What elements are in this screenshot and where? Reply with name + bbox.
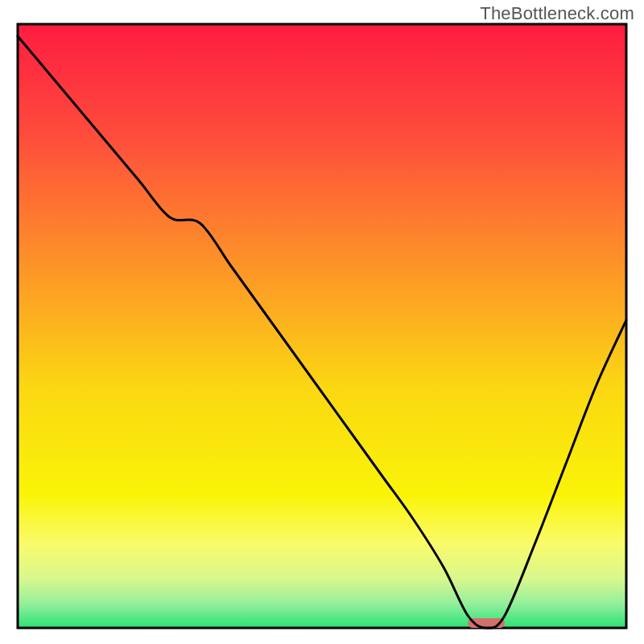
chart-stage: TheBottleneck.com	[0, 0, 644, 644]
watermark-text: TheBottleneck.com	[480, 3, 634, 24]
plot-background	[18, 24, 626, 628]
bottleneck-chart	[0, 0, 644, 644]
